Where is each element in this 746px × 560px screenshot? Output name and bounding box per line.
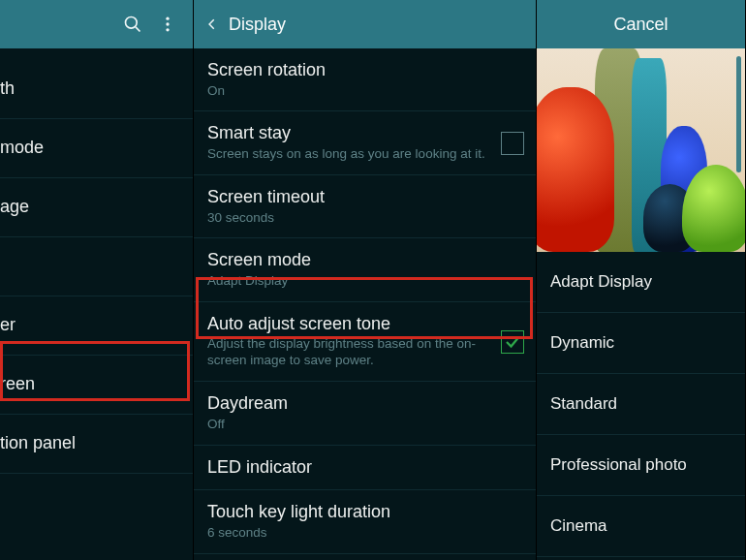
screen-rotation-item[interactable]: Screen rotation On <box>194 48 536 111</box>
screen-mode-panel: Cancel Adapt Display Dynamic Standard Pr… <box>537 0 746 560</box>
daydream-item[interactable]: Daydream Off <box>194 382 536 445</box>
list-item-label: er <box>0 315 177 336</box>
display-header: Display <box>194 0 536 48</box>
scrollbar[interactable] <box>736 56 741 172</box>
item-subtitle: Screen stays on as long as you are looki… <box>207 146 489 163</box>
smart-stay-item[interactable]: Smart stay Screen stays on as long as yo… <box>194 111 536 174</box>
mode-option-professional[interactable]: Professional photo <box>537 435 745 496</box>
item-title: Smart stay <box>207 123 489 144</box>
auto-adjust-tone-item[interactable]: Auto adjust screen tone Adjust the displ… <box>194 302 536 382</box>
svg-point-4 <box>166 28 169 31</box>
display-settings-panel: Display Screen rotation On Smart stay Sc… <box>194 0 537 560</box>
item-title: Auto adjust screen tone <box>207 314 489 335</box>
option-label: Standard <box>550 394 731 414</box>
vase-decor <box>537 87 614 252</box>
screen-mode-item[interactable]: Screen mode Adapt Display <box>194 238 536 301</box>
settings-left-panel: th mode age er reen tion panel <box>0 0 194 560</box>
option-label: Adapt Display <box>550 272 731 292</box>
left-panel-header <box>0 0 193 48</box>
option-label: Cinema <box>550 516 731 536</box>
item-title: Screen timeout <box>207 187 522 208</box>
item-title: Screen mode <box>207 250 522 271</box>
list-item-label: age <box>0 197 177 218</box>
item-subtitle: 30 seconds <box>207 210 522 227</box>
mode-option-cinema[interactable]: Cinema <box>537 496 745 557</box>
mode-option-adapt[interactable]: Adapt Display <box>537 252 745 313</box>
list-item[interactable]: mode <box>0 119 193 178</box>
back-icon[interactable] <box>198 10 227 39</box>
led-indicator-item[interactable]: LED indicator <box>194 446 536 491</box>
list-item-label: mode <box>0 138 177 159</box>
item-subtitle: Adjust the display brightness based on t… <box>207 336 489 369</box>
screen-timeout-item[interactable]: Screen timeout 30 seconds <box>194 175 536 238</box>
search-icon[interactable] <box>115 7 150 42</box>
item-subtitle: Off <box>207 417 522 433</box>
svg-point-2 <box>166 17 169 20</box>
list-item[interactable]: age <box>0 178 193 237</box>
preview-image <box>537 48 745 252</box>
item-title: Touch key light duration <box>207 502 522 523</box>
mode-option-standard[interactable]: Standard <box>537 374 745 435</box>
auto-adjust-checkbox[interactable] <box>501 330 524 354</box>
header-title: Display <box>229 15 286 35</box>
screen-mode-header: Cancel <box>537 0 745 48</box>
overflow-menu-icon[interactable] <box>150 7 185 42</box>
list-item[interactable]: er <box>0 296 193 356</box>
option-label: Dynamic <box>550 333 731 353</box>
list-item-label: tion panel <box>0 433 177 454</box>
svg-line-1 <box>136 27 140 32</box>
item-title: Daydream <box>207 393 522 415</box>
list-item[interactable]: tion panel <box>0 415 193 474</box>
list-item[interactable]: th <box>0 60 193 119</box>
mode-option-dynamic[interactable]: Dynamic <box>537 313 745 374</box>
item-subtitle: On <box>207 83 522 100</box>
svg-point-3 <box>166 22 169 25</box>
display-category-item[interactable] <box>0 237 193 296</box>
item-subtitle: Adapt Display <box>207 273 522 290</box>
list-item[interactable]: reen <box>0 356 193 415</box>
list-item-label: th <box>0 78 177 100</box>
item-title: Screen rotation <box>207 60 522 81</box>
touch-key-light-item[interactable]: Touch key light duration 6 seconds <box>194 490 536 553</box>
smart-stay-checkbox[interactable] <box>501 132 524 155</box>
list-item-label: reen <box>0 374 177 395</box>
item-title: LED indicator <box>207 457 522 479</box>
option-label: Professional photo <box>550 455 731 475</box>
item-subtitle: 6 seconds <box>207 525 522 542</box>
svg-point-0 <box>126 17 138 29</box>
cancel-button[interactable]: Cancel <box>613 15 668 35</box>
